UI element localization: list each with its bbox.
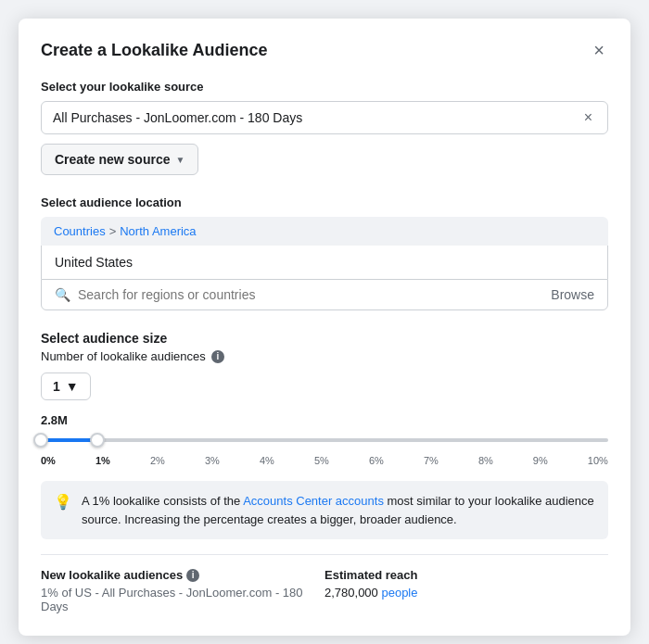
modal-header: Create a Lookalike Audience × bbox=[41, 37, 608, 63]
size-section: Select audience size Number of lookalike… bbox=[41, 331, 608, 466]
search-input[interactable] bbox=[78, 287, 543, 302]
summary-right: Estimated reach 2,780,000 people bbox=[324, 568, 608, 600]
slider-value-label: 2.8M bbox=[41, 413, 608, 427]
lookalike-label-row: Number of lookalike audiences i bbox=[41, 349, 608, 363]
bulb-icon: 💡 bbox=[54, 493, 72, 511]
slider-thumb-right[interactable] bbox=[90, 433, 105, 448]
slider-section: 2.8M 0% 1% 2% 3% 4% 5% 6% 7% 8% 9% 10% bbox=[41, 413, 608, 466]
search-row: 🔍 Browse bbox=[41, 279, 608, 310]
location-label: Select audience location bbox=[41, 196, 608, 209]
reach-number: 2,780,000 bbox=[324, 586, 381, 600]
info-box: 💡 A 1% lookalike consists of the Account… bbox=[41, 481, 608, 539]
slider-fill bbox=[41, 438, 97, 442]
number-dropdown[interactable]: 1 ▼ bbox=[41, 373, 91, 400]
slider-track bbox=[41, 438, 608, 442]
create-source-label: Create new source bbox=[55, 152, 171, 167]
tick-8: 8% bbox=[478, 455, 493, 466]
summary-row: New lookalike audiences i 1% of US - All… bbox=[41, 554, 608, 613]
source-section: Select your lookalike source All Purchas… bbox=[41, 80, 608, 196]
summary-info-icon[interactable]: i bbox=[186, 569, 199, 582]
breadcrumb-separator: > bbox=[109, 224, 117, 238]
breadcrumb-countries-link[interactable]: Countries bbox=[54, 224, 106, 238]
search-icon: 🔍 bbox=[55, 287, 70, 302]
tick-4: 4% bbox=[260, 455, 274, 466]
reach-people-link[interactable]: people bbox=[381, 586, 417, 600]
summary-new-audiences-value: 1% of US - All Purchases - JonLoomer.com… bbox=[41, 586, 324, 613]
create-source-button[interactable]: Create new source ▼ bbox=[41, 144, 198, 175]
tick-6: 6% bbox=[369, 455, 384, 466]
close-button[interactable]: × bbox=[590, 37, 608, 63]
size-title: Select audience size bbox=[41, 331, 608, 346]
lookalike-label: Number of lookalike audiences bbox=[41, 349, 206, 363]
tick-9: 9% bbox=[533, 455, 548, 466]
tick-5: 5% bbox=[314, 455, 329, 466]
slider-container[interactable] bbox=[41, 431, 608, 449]
summary-left: New lookalike audiences i 1% of US - All… bbox=[41, 568, 324, 613]
chevron-down-icon: ▼ bbox=[176, 155, 185, 165]
tick-2: 2% bbox=[150, 455, 165, 466]
tick-10: 10% bbox=[588, 455, 608, 466]
lookalike-info-icon[interactable]: i bbox=[211, 350, 224, 363]
tick-1: 1% bbox=[95, 455, 110, 466]
slider-ticks: 0% 1% 2% 3% 4% 5% 6% 7% 8% 9% 10% bbox=[41, 455, 608, 466]
info-text-before: A 1% lookalike consists of the bbox=[82, 494, 243, 508]
summary-new-audiences-title: New lookalike audiences i bbox=[41, 568, 324, 582]
tick-7: 7% bbox=[424, 455, 439, 466]
location-tag-row: United States bbox=[41, 246, 608, 279]
accounts-center-link[interactable]: Accounts Center accounts bbox=[243, 494, 384, 508]
source-clear-button[interactable]: × bbox=[580, 109, 596, 126]
source-label: Select your lookalike source bbox=[41, 80, 608, 94]
breadcrumb: Countries > North America bbox=[41, 217, 608, 246]
source-input-row: All Purchases - JonLoomer.com - 180 Days… bbox=[41, 101, 608, 134]
selected-location-tag: United States bbox=[55, 255, 133, 270]
tick-3: 3% bbox=[205, 455, 220, 466]
tick-0: 0% bbox=[41, 455, 56, 466]
create-lookalike-modal: Create a Lookalike Audience × Select you… bbox=[19, 19, 630, 636]
source-input-text: All Purchases - JonLoomer.com - 180 Days bbox=[53, 110, 580, 125]
summary-reach-title: Estimated reach bbox=[324, 568, 608, 582]
summary-reach-value: 2,780,000 people bbox=[324, 586, 608, 600]
breadcrumb-region-link[interactable]: North America bbox=[120, 224, 196, 238]
browse-button[interactable]: Browse bbox=[551, 287, 594, 302]
location-section: Select audience location Countries > Nor… bbox=[41, 196, 608, 310]
dropdown-chevron-icon: ▼ bbox=[66, 379, 79, 394]
modal-title: Create a Lookalike Audience bbox=[41, 41, 267, 60]
slider-thumb-left[interactable] bbox=[33, 433, 48, 448]
number-value: 1 bbox=[53, 379, 60, 394]
info-text: A 1% lookalike consists of the Accounts … bbox=[82, 492, 595, 528]
